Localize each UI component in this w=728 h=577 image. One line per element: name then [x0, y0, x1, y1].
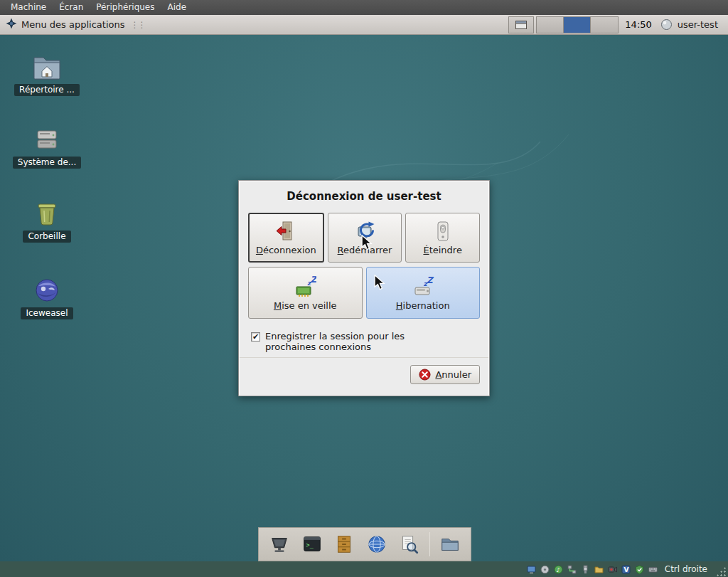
audio-icon[interactable]: ♪ — [554, 564, 564, 574]
cancel-button-label: Annuler — [435, 369, 471, 380]
dock-document-search[interactable] — [397, 532, 421, 556]
menu-ecran[interactable]: Écran — [53, 0, 90, 15]
trash-icon — [31, 199, 63, 228]
dialog-title: Déconnexion de user-test — [239, 190, 489, 203]
suspend-icon: z Z — [294, 275, 316, 298]
dock-presentation[interactable] — [267, 532, 291, 556]
dock-web-browser[interactable] — [365, 532, 389, 556]
iceweasel-browser-icon — [31, 276, 63, 305]
desktop-icon-label: Corbeille — [23, 231, 70, 243]
display-icon[interactable] — [527, 564, 537, 574]
svg-text:Z: Z — [427, 275, 434, 285]
desktop-icon-label: Iceweasel — [21, 307, 73, 319]
shutdown-button-label: Éteindre — [423, 245, 461, 255]
shutdown-icon — [432, 220, 454, 243]
web-browser-icon — [366, 534, 387, 555]
workspace-2-active[interactable] — [564, 17, 591, 33]
clock[interactable]: 14:50 — [619, 19, 658, 30]
hibernate-button[interactable]: z Z Hibernation — [366, 267, 481, 319]
dialog-button-row-2: z Z Mise en veille z Z Hibernation — [248, 267, 480, 319]
logout-button[interactable]: Déconnexion — [248, 213, 324, 263]
menu-aide[interactable]: Aide — [161, 0, 193, 15]
features-icon[interactable] — [635, 564, 645, 574]
document-search-icon — [398, 534, 419, 555]
svg-text:>_: >_ — [306, 541, 314, 549]
virtualization-icon[interactable]: V — [621, 564, 631, 574]
optical-disc-icon[interactable] — [540, 564, 550, 574]
cancel-icon — [419, 369, 431, 381]
username-label[interactable]: user-test — [675, 19, 724, 30]
logout-button-label: Déconnexion — [256, 245, 316, 255]
restart-button-label: Redémarrer — [338, 245, 392, 255]
logout-dialog: Déconnexion de user-test Déconnexion — [238, 180, 490, 396]
terminal-icon: >_ — [301, 534, 323, 555]
svg-text:V: V — [624, 566, 629, 573]
session-menu-icon[interactable] — [658, 18, 675, 31]
cancel-button[interactable]: Annuler — [410, 365, 480, 384]
panel-handle[interactable]: ⋮⋮ — [129, 20, 146, 30]
network-icon[interactable] — [567, 564, 577, 574]
filesystem-icon — [31, 125, 63, 154]
workspace-switcher — [536, 16, 619, 33]
save-session-row: ✔ Enregistrer la session pour les procha… — [251, 331, 480, 353]
desktop-icon-iceweasel[interactable]: Iceweasel — [14, 276, 80, 319]
svg-text:♪: ♪ — [557, 566, 560, 573]
hibernate-button-label: Hibernation — [396, 300, 450, 311]
workspace-1[interactable] — [537, 17, 564, 33]
vm-statusbar: ♪ V Ctrl droite — [0, 561, 728, 577]
file-cabinet-icon — [333, 534, 355, 555]
workspace-3[interactable] — [591, 17, 618, 33]
dock-file-manager[interactable] — [438, 532, 462, 556]
host-key-label: Ctrl droite — [662, 564, 712, 574]
dock-file-cabinet[interactable] — [332, 532, 356, 556]
window-icon — [515, 21, 527, 29]
desktop-icon-label: Système de... — [13, 157, 81, 169]
hibernate-icon: z Z — [412, 275, 434, 298]
shared-folders-icon[interactable] — [594, 564, 604, 574]
restart-button[interactable]: Redémarrer — [328, 213, 402, 263]
desktop-icon-label: Répertoire ... — [14, 84, 80, 96]
save-session-label[interactable]: Enregistrer la session pour les prochain… — [265, 331, 405, 353]
panel-right-area: 14:50 user-test — [508, 15, 728, 34]
dock: >_ — [258, 527, 471, 561]
dialog-separator — [240, 357, 488, 358]
suspend-button-label: Mise en veille — [274, 300, 337, 311]
logout-icon — [274, 220, 297, 243]
desktop-panel: Menu des applications ⋮⋮ 14:50 user-test — [0, 15, 728, 35]
desktop-icon-trash[interactable]: Corbeille — [14, 199, 80, 243]
presentation-icon — [269, 534, 290, 555]
usb-icon[interactable] — [581, 564, 591, 574]
file-manager-icon — [439, 534, 461, 555]
dock-terminal[interactable]: >_ — [300, 532, 324, 556]
dialog-button-row-1: Déconnexion Redémarrer — [248, 213, 480, 263]
virtualbox-window: Machine Écran Périphériques Aide Menu de… — [0, 0, 728, 577]
svg-text:Z: Z — [311, 275, 317, 285]
desktop-icon-filesystem[interactable]: Système de... — [14, 125, 80, 169]
suspend-button[interactable]: z Z Mise en veille — [248, 267, 363, 319]
home-folder-icon — [31, 53, 63, 81]
keyboard-icon[interactable] — [648, 564, 658, 574]
applications-menu-icon — [6, 18, 17, 31]
save-session-checkbox[interactable]: ✔ — [251, 332, 260, 342]
window-list-button[interactable] — [508, 16, 534, 33]
applications-menu[interactable]: Menu des applications ⋮⋮ — [0, 18, 146, 31]
dock-separator — [429, 532, 430, 556]
applications-menu-label: Menu des applications — [21, 19, 124, 30]
restart-icon — [353, 220, 376, 243]
desktop-icon-home[interactable]: Répertoire ... — [14, 53, 80, 96]
vm-menubar: Machine Écran Périphériques Aide — [0, 0, 728, 15]
shutdown-button[interactable]: Éteindre — [405, 213, 480, 263]
menu-machine[interactable]: Machine — [4, 0, 53, 15]
resize-grip[interactable] — [715, 566, 727, 577]
menu-peripheriques[interactable]: Périphériques — [90, 0, 161, 15]
video-capture-icon[interactable] — [608, 564, 618, 574]
